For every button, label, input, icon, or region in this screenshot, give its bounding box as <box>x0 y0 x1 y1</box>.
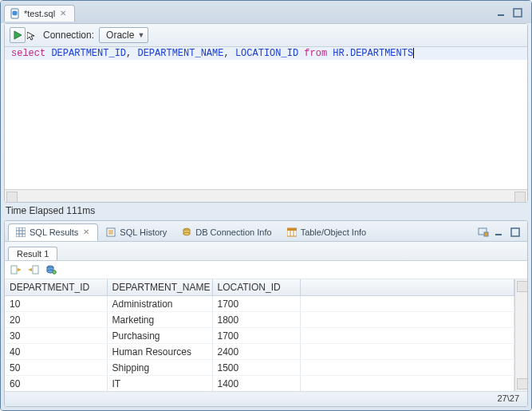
svg-marker-7 <box>27 32 34 40</box>
col-header-empty <box>300 279 514 296</box>
cell: 1700 <box>212 296 300 312</box>
col-header[interactable]: DEPARTMENT_ID <box>5 279 107 296</box>
sql-file-icon <box>10 8 21 19</box>
editor-tabbar: *test.sql ✕ <box>1 1 531 23</box>
cell: 1800 <box>212 312 300 328</box>
svg-rect-4 <box>498 14 504 16</box>
table-icon <box>286 227 298 238</box>
maximize-icon[interactable] <box>512 7 523 18</box>
close-icon[interactable]: ✕ <box>81 227 91 237</box>
table-row[interactable]: 10Administration1700 <box>5 296 514 312</box>
svg-rect-27 <box>511 228 519 236</box>
cell: Marketing <box>107 312 212 328</box>
grid-toolbar <box>5 261 527 279</box>
cell: Purchasing <box>107 328 212 344</box>
tab-label: Table/Object Info <box>301 227 367 237</box>
grid-icon <box>15 227 26 238</box>
sql-editor[interactable]: select DEPARTMENT_ID, DEPARTMENT_NAME, L… <box>5 47 527 189</box>
svg-marker-31 <box>28 268 32 271</box>
tab-table-object-info[interactable]: Table/Object Info <box>279 223 374 241</box>
cell: Administration <box>107 296 212 312</box>
maximize-icon[interactable] <box>510 227 521 238</box>
svg-rect-21 <box>287 228 297 231</box>
history-icon <box>105 227 116 238</box>
svg-point-3 <box>13 13 18 15</box>
cell <box>300 328 514 344</box>
table-row[interactable]: 30Purchasing1700 <box>5 328 514 344</box>
svg-rect-26 <box>495 234 502 235</box>
grid-vscrollbar[interactable] <box>514 279 527 391</box>
sql-text: select DEPARTMENT_ID, DEPARTMENT_NAME, L… <box>5 47 527 60</box>
text-cursor <box>413 48 414 58</box>
table-row[interactable]: 40Human Resources2400 <box>5 344 514 360</box>
cell <box>300 344 514 360</box>
editor-tab-title: *test.sql <box>24 9 55 18</box>
tab-label: DB Connection Info <box>195 227 271 237</box>
tab-sql-history[interactable]: SQL History <box>98 223 174 241</box>
svg-rect-5 <box>514 9 522 17</box>
export-right-icon[interactable] <box>27 263 40 276</box>
elapsed-status: Time Elapsed 111ms <box>1 203 531 219</box>
minimize-icon[interactable] <box>496 7 507 18</box>
cell <box>300 376 514 392</box>
svg-rect-8 <box>16 227 26 237</box>
connection-select[interactable]: Oracle ▼ <box>99 27 148 43</box>
db-action-icon[interactable] <box>45 263 57 276</box>
editor-panel: Connection: Oracle ▼ select DEPARTMENT_I… <box>4 23 528 203</box>
run-button[interactable] <box>10 27 26 43</box>
result-sub-tabbar: Result 1 <box>5 242 527 261</box>
minimize-icon[interactable] <box>494 227 505 238</box>
row-position: 27\27 <box>497 393 519 403</box>
cell: Shipping <box>107 360 212 376</box>
editor-toolbar: Connection: Oracle ▼ <box>5 24 527 47</box>
svg-point-19 <box>183 232 190 235</box>
editor-tab[interactable]: *test.sql ✕ <box>4 5 75 22</box>
grid-status-bar: 27\27 <box>5 391 527 406</box>
cell: Human Resources <box>107 344 212 360</box>
cell: IT <box>107 376 212 392</box>
svg-rect-28 <box>11 266 17 274</box>
cell: 30 <box>5 328 107 344</box>
table-row[interactable]: 60IT1400 <box>5 376 514 392</box>
tab-db-connection-info[interactable]: DB Connection Info <box>174 223 278 241</box>
cell: 10 <box>5 296 107 312</box>
result-sub-tab[interactable]: Result 1 <box>8 247 57 260</box>
svg-rect-30 <box>33 266 38 274</box>
cell <box>300 360 514 376</box>
cell <box>300 296 514 312</box>
tab-label: SQL History <box>120 227 167 237</box>
cell: 1500 <box>212 360 300 376</box>
cell: 2400 <box>212 344 300 360</box>
cell <box>300 312 514 328</box>
col-header[interactable]: LOCATION_ID <box>212 279 300 296</box>
db-info-icon <box>181 227 192 238</box>
results-panel: SQL Results ✕ SQL History DB Connection … <box>4 220 528 407</box>
table-row[interactable]: 50Shipping1500 <box>5 360 514 376</box>
cell: 1400 <box>212 376 300 392</box>
svg-point-35 <box>53 271 57 275</box>
close-icon[interactable]: ✕ <box>58 9 68 18</box>
results-grid[interactable]: DEPARTMENT_ID DEPARTMENT_NAME LOCATION_I… <box>5 279 514 391</box>
editor-hscrollbar[interactable] <box>5 189 527 202</box>
results-tabbar: SQL Results ✕ SQL History DB Connection … <box>5 221 527 242</box>
pin-view-icon[interactable] <box>478 227 489 238</box>
sub-tab-label: Result 1 <box>17 249 49 259</box>
cell: 60 <box>5 376 107 392</box>
cell: 40 <box>5 344 107 360</box>
cursor-arrow-icon <box>27 32 38 43</box>
connection-value: Oracle <box>106 30 134 41</box>
table-row[interactable]: 20Marketing1800 <box>5 312 514 328</box>
chevron-down-icon: ▼ <box>137 31 144 39</box>
cell: 50 <box>5 360 107 376</box>
svg-marker-6 <box>14 31 22 39</box>
export-left-icon[interactable] <box>10 263 22 276</box>
tab-sql-results[interactable]: SQL Results ✕ <box>8 223 98 241</box>
connection-label: Connection: <box>43 30 94 41</box>
col-header[interactable]: DEPARTMENT_NAME <box>107 279 212 296</box>
svg-rect-25 <box>484 232 488 236</box>
tab-label: SQL Results <box>30 227 78 237</box>
cell: 20 <box>5 312 107 328</box>
svg-marker-29 <box>18 268 22 271</box>
cell: 1700 <box>212 328 300 344</box>
